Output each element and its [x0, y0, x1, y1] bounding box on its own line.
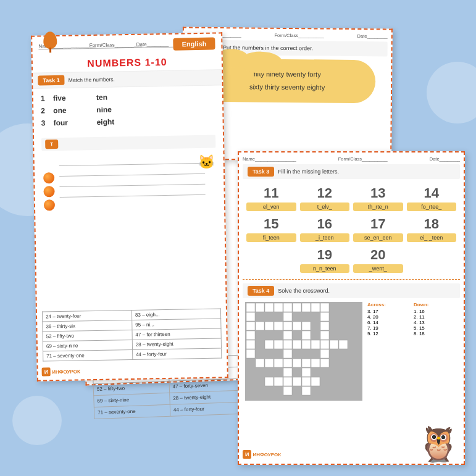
bg-decoration: [12, 396, 62, 445]
task2-label: T: [45, 140, 58, 149]
clue-item: 3. 17: [367, 309, 411, 314]
missing-cell-13: 13 th_rte_n: [353, 185, 403, 211]
down-title: Down:: [414, 302, 457, 307]
match-num: 3: [41, 119, 53, 127]
missing-word: n_n_teen: [300, 264, 350, 273]
clues-grid: Across: 3. 17 4. 20 6. 14 7. 19 9. 12 Do…: [367, 302, 457, 336]
infourok-icon: И: [42, 367, 51, 376]
cloud-shape: fifty ninety twenty forty sixty thirty s…: [199, 59, 375, 103]
task4-row: Task 4 Solve the crossword.: [243, 283, 460, 298]
infourok-icon: И: [243, 450, 251, 459]
divider: [243, 279, 460, 280]
task1-label: Task 1: [38, 75, 65, 86]
missing-word: _went_: [353, 264, 403, 273]
match-word2: nine: [96, 105, 112, 114]
pin-icon: [43, 31, 57, 49]
cw-cell: [265, 359, 273, 367]
english-badge: English: [173, 38, 215, 51]
match-word2: eight: [96, 117, 114, 126]
cw-cell: [283, 368, 292, 377]
table-cell: 44 – forty-four: [132, 348, 221, 360]
match-word1: four: [53, 118, 96, 127]
task3-instruction: Fill in the missing letters.: [278, 169, 339, 175]
cw-cell: [274, 322, 283, 330]
missing-number: 14: [407, 185, 457, 201]
cw-cell: [311, 359, 320, 367]
cw-cell: [246, 349, 255, 358]
cw-cell: [246, 303, 255, 312]
missing-number: 11: [246, 185, 296, 201]
missing-word: fi_teen: [246, 233, 296, 242]
task4-instruction: Solve the crossword.: [278, 288, 330, 294]
date-label: Date________: [357, 33, 388, 39]
missing-cell-20: 20 _went_: [353, 247, 403, 273]
cw-cell: [283, 386, 292, 395]
cw-cell: [283, 349, 292, 358]
task4-label: Task 4: [248, 286, 274, 296]
cw-cell: [246, 312, 255, 321]
infourok-text: ИНФОУРОК: [253, 452, 281, 457]
match-word2: ten: [96, 93, 107, 102]
cw-cell: [302, 386, 311, 395]
task6-bottom: 24 – twenty-four 83 – eigh... 36 – thirt…: [42, 306, 222, 361]
match-num: 2: [41, 106, 53, 115]
cat-icon: 🐱: [198, 154, 215, 170]
table-cell: 44 – forty-four: [170, 402, 246, 416]
task6-answers-table: 24 – twenty-four 83 – eigh... 36 – thirt…: [42, 308, 222, 361]
cw-cell: [320, 340, 329, 349]
infourok-logo-missing: И ИНФОУРОК: [243, 450, 281, 459]
missing-grid-row1: 11 el_ven 12 t_elv_ 13 th_rte_n 14 fo_rt…: [243, 183, 460, 214]
cw-cell: [293, 340, 301, 349]
cw-cell: [265, 303, 273, 312]
clue-item: 7. 19: [367, 325, 411, 331]
missing-cell-19: 19 n_n_teen: [300, 247, 350, 273]
cw-cell: [320, 349, 329, 358]
clue-item: 4. 20: [367, 314, 411, 320]
cw-cell: [320, 312, 329, 321]
cw-cell: [302, 303, 311, 312]
cw-cell: [256, 322, 264, 330]
owl-mascot: 🦉: [417, 427, 460, 461]
line: [59, 177, 205, 187]
ball: [43, 172, 54, 183]
line: [59, 167, 205, 177]
missing-word: el_ven: [246, 203, 296, 211]
clue-item: 9. 12: [367, 331, 411, 336]
cw-cell: [302, 340, 311, 349]
infourok-text: ИНФОУРОК: [52, 369, 80, 375]
ball: [43, 186, 54, 197]
date-label: Date________: [430, 156, 460, 162]
missing-number: 20: [353, 247, 403, 263]
cw-cell: [265, 377, 273, 386]
table-cell: 71 – seventy-one: [94, 404, 170, 419]
cw-cell: [293, 377, 301, 386]
missing-number: 12: [300, 185, 350, 201]
ball: [44, 199, 55, 211]
missing-number: 18: [407, 216, 457, 232]
cw-cell: [274, 303, 283, 312]
missing-number: 15: [246, 216, 296, 232]
match-row-3: 3 four eight: [41, 114, 215, 130]
cw-cell: [311, 340, 320, 349]
cw-cell: [256, 303, 264, 312]
match-word1: one: [53, 106, 96, 115]
clues-area: Across: 3. 17 4. 20 6. 14 7. 19 9. 12 Do…: [367, 302, 457, 402]
clue-item: 1. 16: [414, 309, 457, 314]
cw-cell: [246, 340, 255, 349]
cw-cell: [320, 303, 329, 312]
missing-grid-row3: 19 n_n_teen 20 _went_: [243, 244, 460, 275]
missing-word: fo_rtee_: [407, 203, 457, 211]
missing-cell-12: 12 t_elv_: [300, 185, 350, 211]
cw-cell: [339, 340, 348, 349]
line: [60, 188, 206, 198]
across-clues: Across: 3. 17 4. 20 6. 14 7. 19 9. 12: [367, 302, 411, 336]
missing-word: se_en_een: [353, 233, 403, 242]
clue-item: 8. 18: [414, 331, 457, 336]
cw-cell: [283, 322, 292, 330]
table-cell: 71 – seventy-one: [43, 349, 133, 361]
task2-lines: [34, 150, 223, 203]
missing-number: 17: [353, 216, 403, 232]
form-label: Form/Class__________: [90, 42, 136, 49]
task2-bar: T: [41, 135, 215, 151]
task2-area: T: [34, 130, 223, 153]
